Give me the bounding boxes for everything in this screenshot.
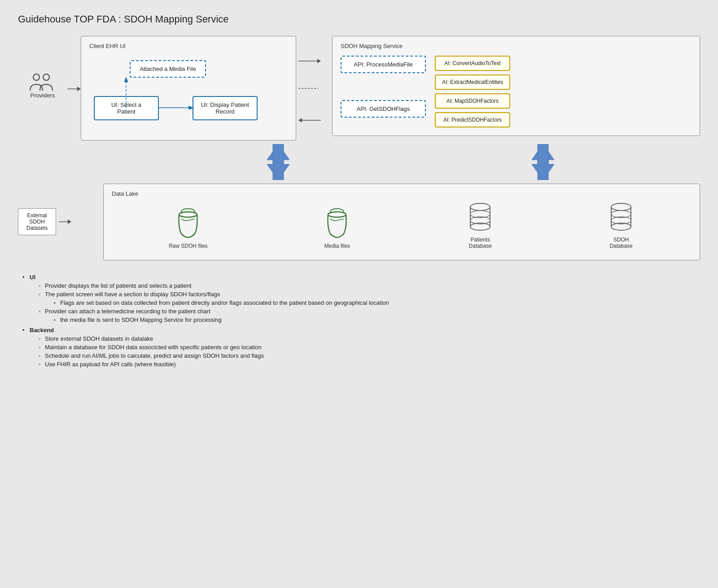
api-process-node: API: ProcessMediaFile (341, 56, 426, 73)
svg-point-20 (328, 212, 346, 217)
notes-list: UI Provider displays the list of patient… (22, 274, 696, 368)
bucket-icon-2 (321, 208, 353, 239)
svg-marker-3 (77, 87, 81, 91)
right-double-arrow (525, 144, 561, 180)
db-icon-1 (467, 202, 494, 233)
svg-point-21 (470, 203, 490, 211)
media-files-label: Media files (324, 243, 350, 249)
notes-section: UI Provider displays the list of patient… (18, 274, 700, 368)
raw-sdoh-item: Raw SDOH files (169, 208, 208, 249)
ui-sub-items-1: Flags are set based on data collected fr… (45, 299, 696, 306)
external-sdoh-box: External SDOH Datasets (18, 208, 56, 235)
diagram-area: Providers Client EHR UI Attached a Media… (18, 36, 700, 260)
ehr-connectors (89, 56, 288, 132)
svg-marker-12 (298, 118, 302, 123)
data-lake-items: Raw SDOH files Media files (112, 197, 692, 249)
backend-item-3: Schedule and run AI/ML jobs to calculate… (39, 352, 696, 359)
ehr-flow: Attached a Media File UI: Select a Patie… (89, 56, 288, 132)
bucket-icon-1 (172, 208, 204, 239)
svg-marker-18 (68, 219, 71, 224)
backend-item-2: Maintain a database for SDOH data associ… (39, 344, 696, 351)
svg-point-19 (179, 212, 197, 217)
svg-point-0 (33, 74, 39, 80)
db-icon-2 (608, 202, 635, 233)
bottom-row: External SDOH Datasets Data Lake (18, 184, 700, 260)
ai-predict-node: AI: PredictSDOHFactors (435, 112, 510, 127)
client-ehr-label: Client EHR UI (89, 43, 288, 49)
sdoh-mapping-box: SDOH Mapping Service API: ProcessMediaFi… (332, 36, 700, 136)
ui-item-1: Provider displays the list of patients a… (39, 282, 696, 289)
patients-db-label: PatientsDatabase (469, 237, 492, 249)
ui-label: UI (30, 274, 35, 281)
patients-db-item: PatientsDatabase (467, 202, 494, 249)
sdoh-db-label: SDOHDatabase (609, 237, 632, 249)
raw-sdoh-label: Raw SDOH files (169, 243, 208, 249)
sdoh-inner: API: ProcessMediaFile API: GetSDOHFlags … (341, 56, 692, 127)
svg-point-27 (611, 203, 631, 211)
top-row: Providers Client EHR UI Attached a Media… (18, 36, 700, 140)
backend-section: Backend Store external SDOH datasets in … (22, 327, 696, 368)
backend-item-4: Use FHIR as payload for API calls (where… (39, 361, 696, 368)
ai-extract-node: AI: ExtractMedicalEntities (435, 75, 510, 90)
api-get-flags-node: API: GetSDOHFlags (341, 100, 426, 118)
vertical-arrows-row (18, 144, 700, 180)
providers-section: Providers (18, 36, 67, 99)
data-lake-box: Data Lake Raw SDOH files (103, 184, 700, 260)
svg-point-1 (43, 74, 49, 80)
ehr-to-sdoh-arrows (296, 36, 323, 124)
ui-items: Provider displays the list of patients a… (30, 282, 696, 323)
providers-label: Providers (31, 92, 55, 99)
external-sdoh-section: External SDOH Datasets (18, 184, 99, 235)
data-lake-label: Data Lake (112, 190, 692, 197)
ui-sub-items-2: the media file is sent to SDOH Mapping S… (45, 316, 696, 323)
backend-items: Store external SDOH datasets in datalake… (30, 335, 696, 368)
ui-section: UI Provider displays the list of patient… (22, 274, 696, 323)
page-title: Guidehouse TOP FDA : SDOH Mapping Servic… (18, 13, 700, 25)
ui-item-3: Provider can attach a telemedicine recor… (39, 308, 696, 323)
svg-marker-16 (532, 144, 554, 180)
ai-map-node: AI: MapSDOHFactors (435, 93, 510, 109)
left-double-arrow (260, 144, 296, 180)
sdoh-mapping-label: SDOH Mapping Service (341, 43, 692, 49)
external-to-lake-arrow (59, 218, 71, 225)
provider-to-ehr-arrow (67, 36, 81, 92)
providers-icon (29, 72, 56, 92)
media-files-item: Media files (321, 208, 353, 249)
backend-label: Backend (30, 327, 54, 333)
backend-item-1: Store external SDOH datasets in datalake (39, 335, 696, 342)
client-ehr-box: Client EHR UI Attached a Media File UI: … (81, 36, 296, 140)
ui-sub-item-1: Flags are set based on data collected fr… (54, 299, 696, 306)
sdoh-ai-col: AI: ConvertAudioToText AI: ExtractMedica… (435, 56, 510, 127)
sdoh-db-item: SDOHDatabase (608, 202, 635, 249)
ai-convert-node: AI: ConvertAudioToText (435, 56, 510, 71)
svg-marker-14 (267, 144, 289, 180)
ui-item-2: The patient screen will have a section t… (39, 291, 696, 306)
sdoh-api-col: API: ProcessMediaFile API: GetSDOHFlags (341, 56, 426, 118)
ui-sub-item-2: the media file is sent to SDOH Mapping S… (54, 316, 696, 323)
svg-marker-9 (317, 59, 321, 63)
